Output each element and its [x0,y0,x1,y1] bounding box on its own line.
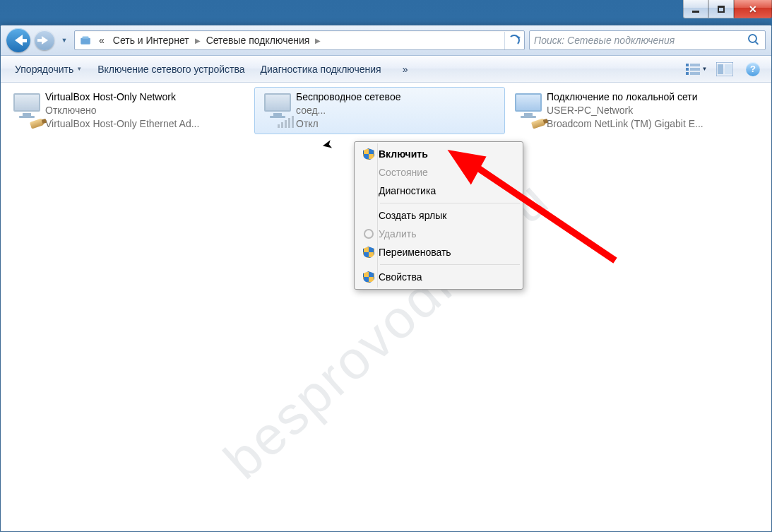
preview-pane-button[interactable] [713,60,736,78]
connection-name: Подключение по локальной сети [547,90,703,104]
navigation-row: ▼ « Сеть и Интернет ▶ Сетевые подключени… [1,25,771,56]
ctx-separator [380,203,520,203]
chevron-down-icon: ▼ [702,66,708,72]
ctx-separator [380,264,520,265]
svg-rect-0 [686,64,689,66]
svg-rect-1 [690,64,700,66]
breadcrumb-network-connections[interactable]: Сетевые подключения [202,31,314,49]
chevron-down-icon: ▼ [76,66,82,72]
overflow-label: » [403,64,408,75]
explorer-window: ▼ « Сеть и Интернет ▶ Сетевые подключени… [0,25,772,532]
connection-name: Беспроводное сетевое [296,90,400,104]
connection-name: VirtualBox Host-Only Network [45,90,199,104]
context-menu: Включить Состояние Диагностика Создать я… [354,141,523,290]
organize-label: Упорядочить [15,64,73,75]
network-adapter-icon [8,90,45,130]
search-input[interactable]: Поиск: Сетевые подключения [529,30,766,50]
delete-icon [364,229,374,239]
ctx-enable[interactable]: Включить [356,145,521,163]
ctx-delete: Удалить [356,225,521,243]
ctx-properties[interactable]: Свойства [356,268,521,286]
connection-status: USER-PC_Network [547,104,703,117]
nav-history-dropdown[interactable]: ▼ [59,37,70,44]
connection-status: Отключено [45,104,199,117]
toolbar-overflow-button[interactable]: » [396,61,415,78]
shield-icon [363,247,374,258]
connection-status-line: соед... [296,104,400,117]
ctx-rename[interactable]: Переименовать [356,243,521,261]
ctx-label: Состояние [379,167,514,178]
connections-list: VirtualBox Host-Only Network Отключено V… [1,83,771,138]
breadcrumb-separator-icon[interactable]: ▶ [314,37,322,45]
svg-rect-7 [718,64,723,74]
ctx-label: Удалить [379,228,514,240]
help-icon: ? [746,62,760,76]
ctx-diagnostics[interactable]: Диагностика [356,182,521,200]
help-button[interactable]: ? [742,60,764,78]
ctx-status: Состояние [356,163,521,182]
close-button[interactable]: ✕ [734,0,772,18]
address-prefix: « [95,31,109,49]
network-adapter-icon [510,90,547,130]
minimize-button[interactable] [683,0,708,18]
view-icon [686,63,700,76]
address-bar[interactable]: « Сеть и Интернет ▶ Сетевые подключения … [74,30,525,50]
connection-device: Broadcom NetLink (TM) Gigabit E... [547,117,703,131]
connection-item-wireless[interactable]: Беспроводное сетевое соед... Откл [254,87,505,134]
diagnose-button[interactable]: Диагностика подключения [254,61,388,78]
preview-pane-icon [716,62,733,76]
refresh-button[interactable] [504,32,523,49]
connection-item-lan[interactable]: Подключение по локальной сети USER-PC_Ne… [505,87,756,134]
breadcrumb-separator-icon[interactable]: ▶ [194,37,202,45]
connection-item-virtualbox[interactable]: VirtualBox Host-Only Network Отключено V… [4,87,254,134]
search-icon [748,34,761,47]
svg-rect-4 [686,72,689,75]
ctx-label: Создать ярлык [379,210,514,221]
svg-rect-8 [725,64,732,74]
organize-button[interactable]: Упорядочить ▼ [8,61,89,78]
connection-status: Откл [296,117,400,131]
ctx-label: Переименовать [379,247,514,258]
svg-rect-2 [686,68,689,71]
change-view-button[interactable]: ▼ [685,60,708,78]
maximize-button[interactable] [708,0,734,18]
command-bar: Упорядочить ▼ Включение сетевого устройс… [1,56,771,83]
diagnose-label: Диагностика подключения [261,64,381,75]
wireless-adapter-icon [259,90,296,130]
search-placeholder: Поиск: Сетевые подключения [534,35,748,46]
refresh-icon [509,35,520,46]
back-button[interactable] [6,28,30,52]
location-icon [79,34,92,47]
window-controls: ✕ [683,0,772,18]
svg-rect-3 [690,68,700,71]
shield-icon [363,271,374,283]
ctx-label: Свойства [379,271,514,283]
shield-icon [363,148,374,160]
forward-button[interactable] [35,30,54,50]
svg-rect-5 [690,72,700,75]
enable-device-button[interactable]: Включение сетевого устройства [90,61,251,78]
ctx-label: Диагностика [379,185,514,196]
ctx-create-shortcut[interactable]: Создать ярлык [356,206,521,225]
connection-device: VirtualBox Host-Only Ethernet Ad... [45,117,199,131]
breadcrumb-network-internet[interactable]: Сеть и Интернет [109,31,194,49]
ctx-label: Включить [379,148,514,160]
enable-device-label: Включение сетевого устройства [97,64,244,75]
